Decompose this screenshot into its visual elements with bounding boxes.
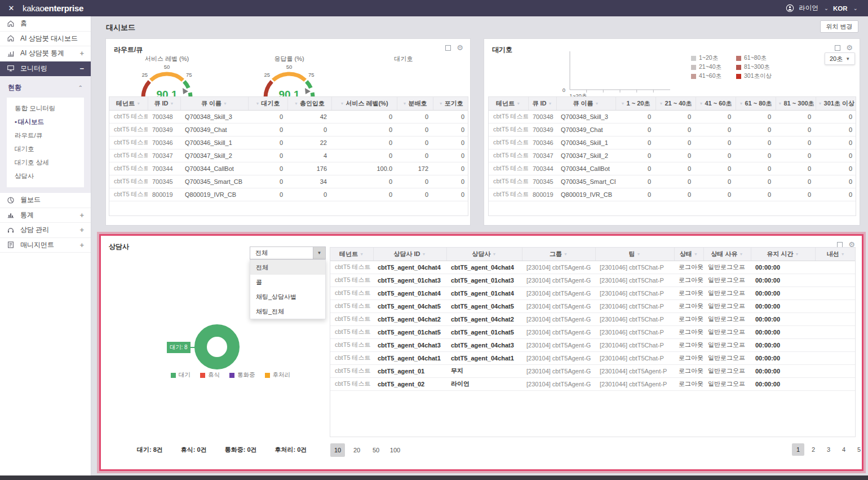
sidebar-subitem[interactable]: •대시보드 xyxy=(7,115,84,129)
page-size-button[interactable]: 10 xyxy=(330,443,345,457)
sidebar-item[interactable]: AI 상담봇 대시보드 xyxy=(0,32,91,47)
table-row[interactable]: cbtT5 테스트cbtT5_agent_04chat2cbtT5_agent_… xyxy=(330,312,856,325)
column-header[interactable]: ▼ 대기호 xyxy=(248,97,287,110)
column-header[interactable]: 내선 ▼ xyxy=(815,248,856,261)
sidebar-item[interactable]: 상담 관리+ xyxy=(0,223,91,238)
page-button[interactable]: 4 xyxy=(838,443,850,456)
column-header[interactable]: 테넌트 ▼ xyxy=(330,248,373,261)
column-header[interactable]: ▼ 서비스 레벨(%) xyxy=(331,97,397,110)
table-row[interactable]: cbtT5 테스트cbtT5_agent_04chat4cbtT5_agent_… xyxy=(330,261,856,274)
column-header[interactable]: 큐 이름 ▼ xyxy=(556,97,615,110)
table-row[interactable]: cbtT5 테스트700346Q700346_Skill_1000000 xyxy=(489,136,856,149)
table-cell: 0 xyxy=(331,149,397,162)
interval-dropdown[interactable]: 20초 ▼ xyxy=(825,52,855,65)
expand-icon[interactable]: + xyxy=(79,49,84,58)
column-header[interactable]: 유지 시간 ▼ xyxy=(751,248,815,261)
settings-icon[interactable]: ⚙ xyxy=(846,44,853,51)
sidebar-subitem[interactable]: 통합 모니터링 xyxy=(7,102,84,115)
table-cell: 0 xyxy=(776,162,816,175)
agent-filter-dropdown[interactable]: 전체 ▼ xyxy=(250,246,326,259)
column-header[interactable]: ▼ 분배호 xyxy=(397,97,433,110)
page-size-button[interactable]: 100 xyxy=(388,443,402,457)
table-row[interactable]: cbtT5 테스트700344Q700344_CallBot000000 xyxy=(489,162,856,175)
table-row[interactable]: cbtT5 테스트700349Q700349_Chat00000 xyxy=(109,123,468,136)
table-row[interactable]: cbtT5 테스트cbtT5_agent_01무지[230104] cbtT5A… xyxy=(330,364,856,377)
expand-panel-icon[interactable] xyxy=(445,45,451,51)
table-row[interactable]: cbtT5 테스트cbtT5_agent_04chat3cbtT5_agent_… xyxy=(330,338,856,351)
expand-panel-icon[interactable] xyxy=(837,242,843,248)
table-row[interactable]: cbtT5 테스트cbtT5_agent_01chat5cbtT5_agent_… xyxy=(330,325,856,338)
dropdown-option[interactable]: 채팅_전체 xyxy=(250,304,325,319)
table-row[interactable]: cbtT5 테스트800019Q800019_IVR_CB00000 xyxy=(109,188,468,201)
sidebar-subitem[interactable]: 대기호 상세 xyxy=(7,156,84,169)
expand-icon[interactable]: + xyxy=(79,211,84,219)
column-header[interactable]: 팀 ▼ xyxy=(595,248,674,261)
page-button[interactable]: 3 xyxy=(822,443,835,456)
chevron-down-icon[interactable]: ▼ xyxy=(313,247,325,259)
change-location-button[interactable]: 위치 변경 xyxy=(820,20,858,33)
column-header[interactable]: 큐 이름 ▼ xyxy=(180,97,248,110)
user-name[interactable]: 라이언 xyxy=(799,4,818,12)
expand-panel-icon[interactable] xyxy=(835,45,840,51)
chevron-down-icon[interactable]: ⌄ xyxy=(853,5,858,11)
sidebar-subitem[interactable]: 상담사 xyxy=(7,169,84,183)
table-row[interactable]: cbtT5 테스트700345Q700345_Smart_CB000000 xyxy=(489,175,856,188)
page-button[interactable]: 1 xyxy=(792,443,804,456)
column-header[interactable]: ▼ 21 ~ 40초 xyxy=(656,97,696,110)
column-header[interactable]: ▼ 포기호 xyxy=(433,97,468,110)
table-row[interactable]: cbtT5 테스트800019Q800019_IVR_CB000000 xyxy=(489,188,856,201)
sidebar-subitem[interactable]: 라우트/큐 xyxy=(7,129,84,142)
column-header[interactable]: 상담사 ▼ xyxy=(446,248,522,261)
sidebar-item[interactable]: 월보드 xyxy=(0,193,91,208)
table-row[interactable]: cbtT5 테스트cbtT5_agent_01chat4cbtT5_agent_… xyxy=(330,287,856,300)
column-header[interactable]: ▼ 총인입호 xyxy=(287,97,331,110)
table-row[interactable]: cbtT5 테스트700345Q700345_Smart_CB034000 xyxy=(109,175,468,188)
sidebar-item[interactable]: AI 상담봇 통계+ xyxy=(0,46,91,61)
expand-icon[interactable]: + xyxy=(79,241,84,249)
table-row[interactable]: cbtT5 테스트cbtT5_agent_01chat3cbtT5_agent_… xyxy=(330,274,856,287)
column-header[interactable]: ▼ 61 ~ 80초 xyxy=(736,97,776,110)
table-row[interactable]: cbtT5 테스트700348Q700348_Skill_3000000 xyxy=(489,110,856,123)
table-row[interactable]: cbtT5 테스트700344Q700344_CallBot0176100.01… xyxy=(109,162,468,175)
sidebar-item[interactable]: 모니터링− xyxy=(0,61,91,77)
column-header[interactable]: ▼ 41 ~ 60초 xyxy=(696,97,736,110)
table-row[interactable]: cbtT5 테스트700347Q700347_Skill_204000 xyxy=(109,149,468,162)
dropdown-option[interactable]: 전체 xyxy=(250,260,325,275)
page-button[interactable]: 2 xyxy=(807,443,820,456)
column-header[interactable]: 상태 ▼ xyxy=(674,248,703,261)
column-header[interactable]: 테넌트 ▼ xyxy=(109,97,148,110)
settings-icon[interactable]: ⚙ xyxy=(457,44,463,51)
dropdown-option[interactable]: 채팅_상담사별 xyxy=(250,289,325,304)
table-row[interactable]: cbtT5 테스트700349Q700349_Chat000000 xyxy=(489,123,856,136)
column-header[interactable]: ▼ 301초 이상 xyxy=(816,97,856,110)
column-header[interactable]: ▼ 1 ~ 20초 xyxy=(615,97,656,110)
sidebar-item[interactable]: 홈 xyxy=(0,16,91,32)
close-icon[interactable]: ✕ xyxy=(0,4,23,12)
column-header[interactable]: ▼ 81 ~ 300초 xyxy=(776,97,816,110)
chevron-down-icon[interactable]: ⌄ xyxy=(824,5,829,11)
table-row[interactable]: cbtT5 테스트cbtT5_agent_02라이언[230104] cbtT5… xyxy=(330,377,856,390)
sidebar-item[interactable]: 매니지먼트+ xyxy=(0,238,91,253)
locale-selector[interactable]: KOR xyxy=(833,5,848,12)
column-header[interactable]: 상담사 ID ▼ xyxy=(373,248,446,261)
column-header[interactable]: 테넌트 ▼ xyxy=(489,97,528,110)
dropdown-option[interactable]: 콜 xyxy=(250,275,325,289)
column-header[interactable]: 큐 ID ▼ xyxy=(528,97,556,110)
sidebar-item[interactable]: 통계+ xyxy=(0,208,91,223)
table-row[interactable]: cbtT5 테스트700346Q700346_Skill_1022000 xyxy=(109,136,468,149)
chevron-up-icon[interactable]: ⌃ xyxy=(78,85,83,91)
page-button[interactable]: 5 xyxy=(853,443,865,456)
page-size-button[interactable]: 20 xyxy=(349,443,364,457)
column-header[interactable]: 그룹 ▼ xyxy=(522,248,595,261)
table-row[interactable]: cbtT5 테스트700348Q700348_Skill_3042000 xyxy=(109,110,468,123)
sidebar-subitem[interactable]: 대기호 xyxy=(7,142,84,156)
table-row[interactable]: cbtT5 테스트cbtT5_agent_04chat5cbtT5_agent_… xyxy=(330,300,856,312)
column-header[interactable]: 상태 사유 ▼ xyxy=(703,248,751,261)
expand-icon[interactable]: + xyxy=(79,226,84,234)
expand-icon[interactable]: − xyxy=(79,64,84,73)
submenu-group[interactable]: 현황 ⌃ xyxy=(0,79,91,95)
page-size-button[interactable]: 50 xyxy=(369,443,383,457)
column-header[interactable]: 큐 ID ▼ xyxy=(148,97,180,110)
table-row[interactable]: cbtT5 테스트700347Q700347_Skill_2000000 xyxy=(489,149,856,162)
table-row[interactable]: cbtT5 테스트cbtT5_agent_04chat1cbtT5_agent_… xyxy=(330,351,856,364)
